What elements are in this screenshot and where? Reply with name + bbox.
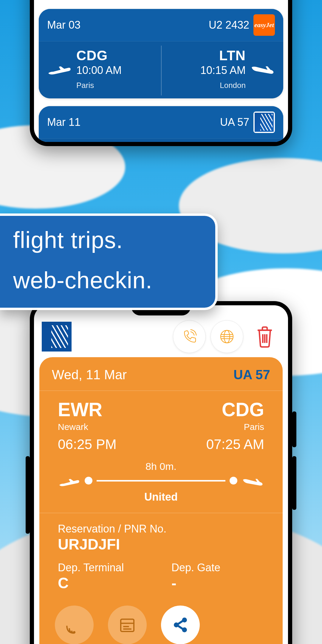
flight-card[interactable]: Mar 11 UA 57 EWR 06:25 PM Ne: [39, 106, 283, 142]
detail-dep-code: EWR: [58, 399, 117, 421]
arr-code: LTN: [200, 47, 246, 64]
phone-frame-bottom: Wed, 11 Mar UA 57 EWR Newark 06:25 PM CD…: [30, 301, 292, 644]
detail-flight-number: UA 57: [233, 367, 270, 382]
phone-frame-top: Mar 03 U2 2432 easyJet CDG 10:00 AM: [30, 0, 292, 146]
flight-progress-track: [58, 474, 264, 487]
delete-button[interactable]: [254, 325, 275, 348]
flight-number: UA 57: [220, 116, 249, 129]
plane-landing-icon: [242, 474, 264, 487]
dep-terminal-label: Dep. Terminal: [58, 561, 151, 574]
dep-city: Paris: [76, 81, 122, 90]
detail-arr-code: CDG: [206, 399, 264, 421]
detail-dep-city: Newark: [58, 422, 117, 432]
detail-date: Wed, 11 Mar: [52, 367, 127, 382]
flight-detail-card: Wed, 11 Mar UA 57 EWR Newark 06:25 PM CD…: [39, 357, 283, 644]
arr-city: London: [200, 81, 246, 90]
dep-gate-value: -: [171, 575, 264, 592]
share-button[interactable]: [161, 606, 200, 644]
flight-number: U2 2432: [209, 19, 249, 31]
flight-card[interactable]: Mar 03 U2 2432 easyJet CDG 10:00 AM: [39, 9, 283, 98]
detail-dep-time: 06:25 PM: [58, 436, 117, 452]
boarding-pass-button[interactable]: [108, 606, 147, 644]
plane-takeoff-icon: [47, 61, 72, 77]
web-button[interactable]: [210, 320, 243, 353]
airline-logo: [42, 322, 72, 352]
united-logo: [253, 112, 275, 133]
pnr-label: Reservation / PNR No.: [58, 523, 264, 535]
flight-date: Mar 11: [47, 116, 80, 129]
detail-airline: United: [144, 491, 178, 503]
svg-point-8: [73, 631, 75, 634]
plane-takeoff-icon: [58, 474, 80, 487]
dep-time: 10:00 AM: [76, 64, 122, 77]
promo-line-2: web-checkin.: [13, 267, 203, 294]
detail-duration: 8h 0m.: [145, 461, 177, 472]
call-button[interactable]: [173, 320, 206, 353]
plane-landing-icon: [250, 61, 275, 77]
arr-time: 10:15 AM: [200, 64, 246, 77]
detail-toolbar: [39, 318, 283, 356]
promo-bubble: flight trips. web-checkin.: [0, 213, 218, 310]
flight-date: Mar 03: [47, 19, 80, 31]
dep-terminal-value: C: [58, 575, 151, 592]
dep-gate-label: Dep. Gate: [171, 561, 264, 574]
promo-line-1: flight trips.: [13, 227, 203, 254]
dep-code: CDG: [76, 47, 122, 64]
radar-button[interactable]: [55, 606, 94, 644]
pnr-value: URJDJFI: [58, 536, 264, 553]
detail-arr-time: 07:25 AM: [206, 436, 264, 452]
detail-arr-city: Paris: [206, 422, 264, 432]
easyjet-logo: easyJet: [253, 14, 275, 36]
